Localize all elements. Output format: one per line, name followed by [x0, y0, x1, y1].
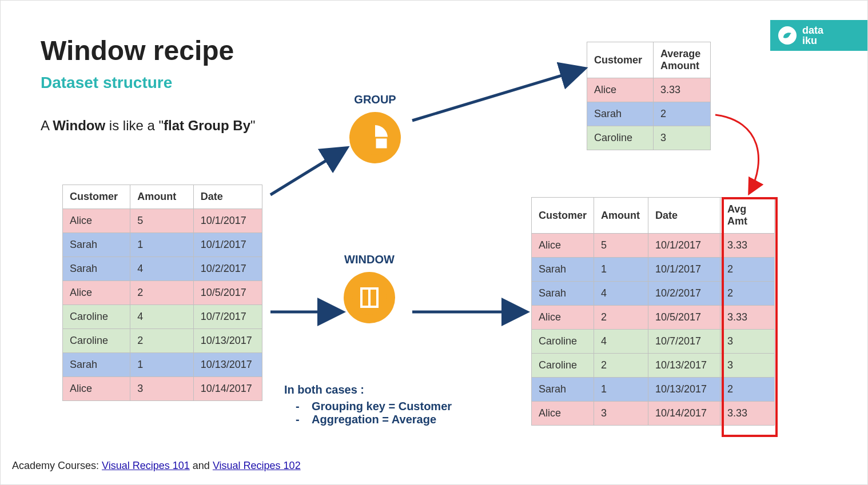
col-header: Avg Amt	[720, 198, 775, 234]
cell: 10/1/2017	[648, 234, 720, 258]
cell: Alice	[63, 209, 130, 233]
cell: Alice	[587, 78, 654, 102]
dataiku-logo: data iku	[770, 20, 867, 51]
table-row: Caroline410/7/20173	[532, 330, 775, 354]
intro-sentence: A Window is like a "flat Group By"	[41, 118, 256, 134]
group-icon	[349, 112, 401, 163]
table-row: Sarah410/2/20172	[532, 282, 775, 306]
cell: Alice	[532, 234, 594, 258]
table-row: Alice3.33	[587, 78, 711, 102]
notes-header: In both cases :	[284, 383, 452, 396]
group-result-table: Customer Average Amount Alice3.33Sarah2C…	[587, 42, 711, 150]
cell: 10/1/2017	[193, 233, 262, 257]
cell: 10/13/2017	[193, 329, 262, 353]
table-row: Caroline3	[587, 126, 711, 150]
cell: 2	[720, 282, 775, 306]
cell: 3.33	[720, 234, 775, 258]
cell: 10/2/2017	[193, 257, 262, 281]
cell: 10/5/2017	[648, 306, 720, 330]
table-row: Sarah2	[587, 102, 711, 126]
cell: 3	[130, 377, 193, 401]
cell: 3	[720, 330, 775, 354]
cell: 10/13/2017	[648, 354, 720, 378]
cell: 4	[130, 257, 193, 281]
text: "	[250, 118, 256, 133]
cell: 10/2/2017	[648, 282, 720, 306]
col-header: Customer	[63, 185, 130, 209]
cell: 10/7/2017	[648, 330, 720, 354]
text: is like a "	[105, 118, 164, 133]
table-row: Sarah110/13/20172	[532, 378, 775, 402]
group-label: GROUP	[349, 93, 401, 106]
cell: 4	[130, 305, 193, 329]
cell: 2	[720, 258, 775, 282]
cell: Sarah	[532, 378, 594, 402]
logo-line-1: data	[802, 25, 823, 36]
cell: 10/14/2017	[193, 377, 262, 401]
svg-rect-1	[375, 138, 388, 149]
cell: 2	[720, 378, 775, 402]
window-label: WINDOW	[344, 253, 395, 266]
cell: 1	[594, 258, 648, 282]
table-row: Sarah410/2/2017	[63, 257, 262, 281]
col-header: Amount	[594, 198, 648, 234]
cell: 2	[130, 329, 193, 353]
slide: Window recipe Dataset structure A Window…	[0, 0, 868, 485]
source-table: Customer Amount Date Alice510/1/2017Sara…	[62, 185, 262, 401]
cell: Caroline	[587, 126, 654, 150]
cell: Alice	[532, 306, 594, 330]
cell: Sarah	[63, 233, 130, 257]
cell: Caroline	[63, 305, 130, 329]
cell: 3	[720, 354, 775, 378]
page-subtitle: Dataset structure	[41, 74, 172, 92]
col-header: Customer	[587, 42, 654, 78]
link-visual-recipes-101[interactable]: Visual Recipes 101	[102, 460, 190, 471]
cell: Sarah	[587, 102, 654, 126]
bold-window: Window	[53, 118, 105, 133]
cell: 4	[594, 282, 648, 306]
cell: 4	[594, 330, 648, 354]
col-header: Customer	[532, 198, 594, 234]
cell: 1	[594, 378, 648, 402]
cell: Alice	[63, 281, 130, 305]
bird-icon	[778, 26, 797, 45]
page-title: Window recipe	[41, 35, 234, 66]
window-icon	[344, 272, 395, 323]
cell: 5	[130, 209, 193, 233]
cell: Sarah	[532, 258, 594, 282]
cell: 10/7/2017	[193, 305, 262, 329]
cell: Sarah	[63, 257, 130, 281]
col-header: Date	[193, 185, 262, 209]
cell: 3	[594, 402, 648, 426]
cell: Caroline	[63, 329, 130, 353]
footer: Academy Courses: Visual Recipes 101 and …	[12, 460, 301, 472]
cell: 5	[594, 234, 648, 258]
cell: 10/5/2017	[193, 281, 262, 305]
logo-text: data iku	[802, 25, 823, 46]
cell: Caroline	[532, 354, 594, 378]
cell: 10/14/2017	[648, 402, 720, 426]
link-visual-recipes-102[interactable]: Visual Recipes 102	[213, 460, 301, 471]
notes-line-1: Grouping key = Customer	[312, 400, 452, 413]
table-row: Caroline410/7/2017	[63, 305, 262, 329]
cell: Alice	[532, 402, 594, 426]
text: A	[41, 118, 53, 133]
table-row: Alice310/14/20173.33	[532, 402, 775, 426]
col-header: Date	[648, 198, 720, 234]
cell: Alice	[63, 377, 130, 401]
notes-block: In both cases : Grouping key = Customer …	[284, 383, 452, 426]
logo-line-2: iku	[802, 35, 817, 46]
table-row: Caroline210/13/20173	[532, 354, 775, 378]
table-row: Alice210/5/2017	[63, 281, 262, 305]
table-row: Alice210/5/20173.33	[532, 306, 775, 330]
cell: 10/1/2017	[193, 209, 262, 233]
table-row: Alice310/14/2017	[63, 377, 262, 401]
notes-line-2: Aggregation = Average	[312, 413, 452, 426]
svg-line-6	[270, 149, 345, 195]
cell: Caroline	[532, 330, 594, 354]
cell: 3.33	[720, 402, 775, 426]
cell: 10/13/2017	[193, 353, 262, 377]
table-row: Alice510/1/2017	[63, 209, 262, 233]
col-header: Average Amount	[654, 42, 711, 78]
bold-flat-group-by: flat Group By	[164, 118, 250, 133]
